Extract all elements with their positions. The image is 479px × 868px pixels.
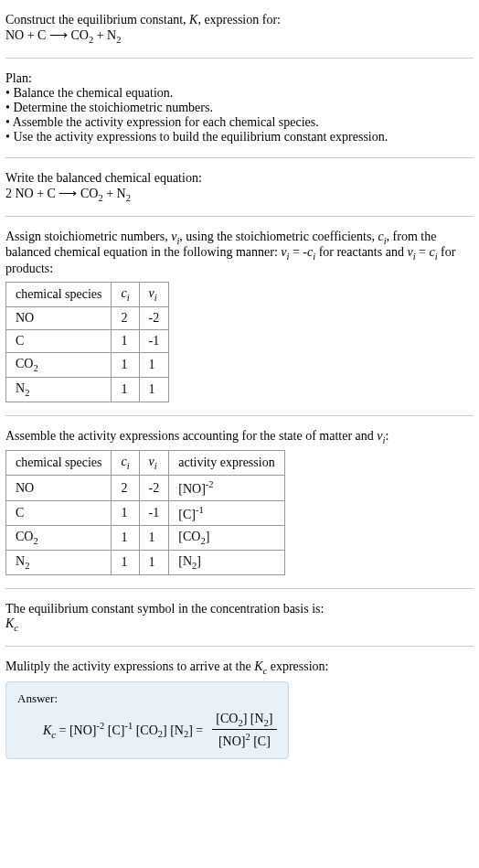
table-row: C 1 -1 [C]-1 — [6, 500, 285, 526]
symbol-section: The equilibrium constant symbol in the c… — [5, 596, 474, 638]
table-header-row: chemical species ci νi activity expressi… — [6, 451, 285, 476]
table-row: NO 2 -2 — [6, 306, 169, 329]
table-cell: C — [6, 500, 112, 526]
plan-header: Plan: — [5, 71, 474, 86]
divider — [5, 415, 474, 416]
activity-table: chemical species ci νi activity expressi… — [5, 450, 285, 575]
assign-section: Assign stoichiometric numbers, νi, using… — [5, 224, 474, 408]
table-cell: C — [6, 329, 112, 352]
table-cell: -1 — [139, 500, 169, 526]
table-row: N2 1 1 [N2] — [6, 551, 285, 575]
divider — [5, 646, 474, 647]
table-cell: 2 — [112, 476, 139, 501]
balanced-header: Write the balanced chemical equation: — [5, 171, 474, 186]
plan-item: Use the activity expressions to build th… — [5, 130, 474, 145]
table-cell: CO2 — [6, 526, 112, 551]
divider — [5, 58, 474, 59]
table-cell: 1 — [112, 329, 139, 352]
assign-text: Assign stoichiometric numbers, νi, using… — [5, 230, 474, 277]
table-row: C 1 -1 — [6, 329, 169, 352]
table-cell: 1 — [112, 352, 139, 377]
fraction-numerator: [CO2] [N2] — [212, 712, 276, 731]
balanced-equation: 2 NO + C ⟶ CO2 + N2 — [5, 186, 474, 203]
answer-label: Answer: — [17, 691, 277, 706]
table-cell: [N2] — [169, 551, 284, 575]
table-cell: 1 — [112, 500, 139, 526]
multiply-section: Mulitply the activity expressions to arr… — [5, 654, 474, 765]
table-cell: NO — [6, 476, 112, 501]
divider — [5, 216, 474, 217]
table-row: NO 2 -2 [NO]-2 — [6, 476, 285, 501]
table-header-row: chemical species ci νi — [6, 283, 169, 307]
divider — [5, 588, 474, 589]
answer-fraction: [CO2] [N2] [NO]2 [C] — [212, 712, 276, 749]
title-text: Construct the equilibrium constant, K, e… — [5, 13, 474, 27]
table-header: activity expression — [169, 451, 284, 476]
table-row: CO2 1 1 — [6, 352, 169, 377]
plan-section: Plan: Balance the chemical equation. Det… — [5, 66, 474, 150]
table-cell: -1 — [139, 329, 169, 352]
table-cell: CO2 — [6, 352, 112, 377]
table-cell: N2 — [6, 377, 112, 402]
title-section: Construct the equilibrium constant, K, e… — [5, 7, 474, 50]
table-cell: 1 — [139, 526, 169, 551]
table-cell: 1 — [139, 377, 169, 402]
table-row: N2 1 1 — [6, 377, 169, 402]
table-cell: 1 — [139, 551, 169, 575]
table-cell: 1 — [112, 551, 139, 575]
plan-item: Assemble the activity expression for eac… — [5, 115, 474, 130]
balanced-section: Write the balanced chemical equation: 2 … — [5, 166, 474, 209]
table-header: ci — [112, 283, 139, 307]
assemble-section: Assemble the activity expressions accoun… — [5, 423, 474, 582]
table-header: νi — [139, 283, 169, 307]
table-cell: 1 — [112, 377, 139, 402]
assemble-text: Assemble the activity expressions accoun… — [5, 429, 474, 445]
divider — [5, 157, 474, 158]
table-cell: N2 — [6, 551, 112, 575]
table-header: νi — [139, 451, 169, 476]
plan-item: Balance the chemical equation. — [5, 86, 474, 101]
table-cell: [C]-1 — [169, 500, 284, 526]
symbol-value: Kc — [5, 616, 474, 633]
multiply-text: Mulitply the activity expressions to arr… — [5, 659, 474, 676]
plan-list: Balance the chemical equation. Determine… — [5, 86, 474, 145]
fraction-denominator: [NO]2 [C] — [215, 730, 274, 749]
answer-expression: Kc = [NO]-2 [C]-1 [CO2] [N2] = [CO2] [N2… — [17, 712, 277, 749]
table-cell: NO — [6, 306, 112, 329]
stoichiometric-table: chemical species ci νi NO 2 -2 C 1 -1 CO… — [5, 282, 169, 402]
answer-lhs: Kc = [NO]-2 [C]-1 [CO2] [N2] = — [43, 721, 203, 739]
table-header: chemical species — [6, 451, 112, 476]
table-cell: -2 — [139, 306, 169, 329]
symbol-text: The equilibrium constant symbol in the c… — [5, 602, 474, 616]
table-cell: 2 — [112, 306, 139, 329]
table-row: CO2 1 1 [CO2] — [6, 526, 285, 551]
table-cell: [NO]-2 — [169, 476, 284, 501]
answer-box: Answer: Kc = [NO]-2 [C]-1 [CO2] [N2] = [… — [5, 681, 289, 759]
table-cell: [CO2] — [169, 526, 284, 551]
table-header: ci — [112, 451, 139, 476]
table-header: chemical species — [6, 283, 112, 307]
table-cell: -2 — [139, 476, 169, 501]
title-equation: NO + C ⟶ CO2 + N2 — [5, 27, 474, 45]
table-cell: 1 — [139, 352, 169, 377]
plan-item: Determine the stoichiometric numbers. — [5, 101, 474, 115]
table-cell: 1 — [112, 526, 139, 551]
